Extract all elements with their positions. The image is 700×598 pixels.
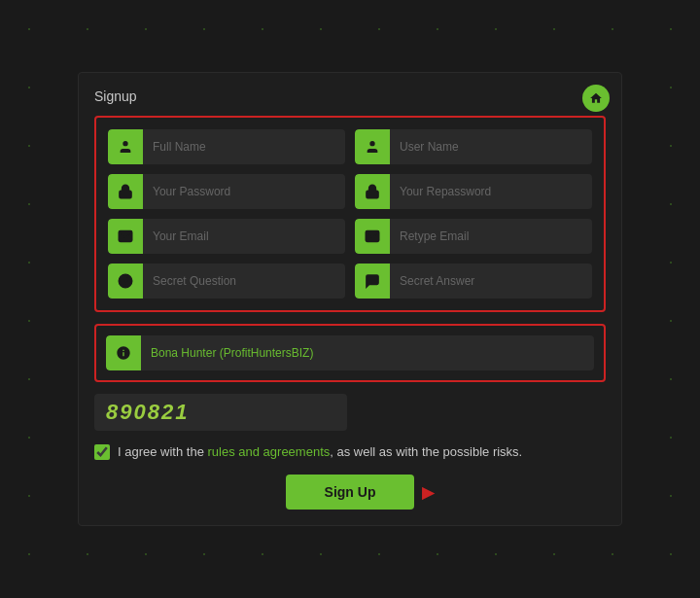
- svg-point-0: [122, 141, 127, 146]
- email-group: [108, 219, 345, 254]
- form-row-2: [108, 174, 592, 209]
- captcha-section: 890821: [94, 394, 606, 431]
- username-input[interactable]: [390, 129, 592, 164]
- referral-section: [94, 324, 606, 382]
- signup-title: Signup: [94, 88, 606, 104]
- secret-question-group: [108, 264, 345, 299]
- secret-question-input[interactable]: [143, 264, 345, 299]
- signup-container: Signup: [78, 72, 622, 527]
- secret-question-icon: [108, 264, 143, 299]
- agree-text-2: , as well as with the possible risks.: [330, 444, 522, 459]
- agree-link[interactable]: rules and agreements: [208, 444, 331, 459]
- form-row-3: [108, 219, 592, 254]
- captcha-container: 890821: [94, 394, 347, 431]
- repassword-input[interactable]: [390, 174, 592, 209]
- agree-section: I agree with the rules and agreements, a…: [94, 442, 606, 462]
- referral-input-group: [106, 335, 594, 370]
- agree-text: I agree with the rules and agreements, a…: [118, 442, 606, 462]
- email-icon: [108, 219, 143, 254]
- home-button[interactable]: [582, 85, 610, 112]
- password-input[interactable]: [143, 174, 345, 209]
- retype-email-icon: [355, 219, 390, 254]
- fullname-icon: [108, 129, 143, 164]
- password-group: [108, 174, 345, 209]
- captcha-value: 890821: [94, 394, 200, 431]
- form-fields-section: [94, 116, 606, 312]
- home-icon: [589, 91, 603, 105]
- captcha-input[interactable]: [200, 395, 347, 430]
- fullname-group: [108, 129, 345, 164]
- secret-answer-icon: [355, 264, 390, 299]
- svg-rect-2: [120, 191, 131, 197]
- email-input[interactable]: [143, 219, 345, 254]
- repassword-icon: [355, 174, 390, 209]
- secret-answer-input[interactable]: [390, 264, 592, 299]
- referral-icon: [106, 335, 141, 370]
- form-row-4: [108, 264, 592, 299]
- referral-input[interactable]: [141, 335, 594, 370]
- retype-email-input[interactable]: [390, 219, 592, 254]
- svg-rect-3: [367, 191, 378, 197]
- agree-text-1: I agree with the: [118, 444, 208, 459]
- retype-email-group: [355, 219, 592, 254]
- secret-answer-group: [355, 264, 592, 299]
- username-group: [355, 129, 592, 164]
- signup-button[interactable]: Sign Up: [286, 475, 415, 510]
- agree-checkbox[interactable]: [94, 444, 110, 460]
- svg-point-1: [369, 141, 374, 146]
- username-icon: [355, 129, 390, 164]
- repassword-group: [355, 174, 592, 209]
- fullname-input[interactable]: [143, 129, 345, 164]
- form-row-1: [108, 129, 592, 164]
- password-icon: [108, 174, 143, 209]
